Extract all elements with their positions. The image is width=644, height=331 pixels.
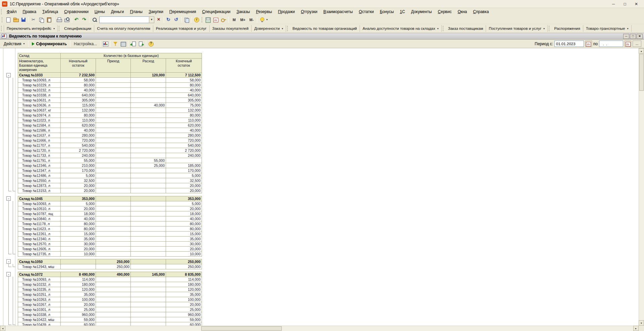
item-name-cell[interactable]: Товар №12340, л bbox=[18, 237, 61, 242]
value-cell[interactable] bbox=[96, 297, 131, 302]
value-cell[interactable]: 75,000 bbox=[166, 103, 202, 108]
value-cell[interactable] bbox=[96, 153, 131, 158]
item-name-cell[interactable]: Товар №10637, кг bbox=[18, 108, 61, 113]
menu-16[interactable]: Остатки bbox=[356, 8, 377, 15]
search-input[interactable] bbox=[99, 16, 149, 23]
value-cell[interactable]: 180,000 bbox=[61, 282, 96, 287]
menu-8[interactable]: Закупки bbox=[146, 8, 166, 15]
menu-22[interactable]: Справка bbox=[470, 8, 492, 15]
value-cell[interactable]: 620,000 bbox=[166, 123, 202, 128]
item-name-cell[interactable]: Товар №10093, л bbox=[18, 78, 61, 83]
interface-tab-11[interactable]: Распоряжения bbox=[551, 25, 583, 32]
value-cell[interactable]: 20,000 bbox=[61, 183, 96, 188]
menu-21[interactable]: Окна bbox=[454, 8, 470, 15]
new-doc-button[interactable] bbox=[4, 16, 12, 23]
value-cell[interactable] bbox=[96, 183, 131, 188]
item-name-cell[interactable]: Товар №12486, л bbox=[18, 173, 61, 178]
value-cell[interactable]: 170,000 bbox=[61, 168, 96, 173]
value-cell[interactable]: 100,000 bbox=[61, 297, 96, 302]
value-cell[interactable]: 110,000 bbox=[166, 118, 202, 123]
group-total-cell[interactable] bbox=[96, 73, 131, 78]
value-cell[interactable]: 20,000 bbox=[166, 206, 202, 211]
save-settings-button[interactable] bbox=[137, 40, 145, 48]
item-name-cell[interactable]: Товар №10422, міш bbox=[18, 317, 61, 322]
pages-button[interactable] bbox=[183, 16, 191, 23]
item-name-cell[interactable]: Товар №10636, л bbox=[18, 103, 61, 108]
item-name-cell[interactable]: Товар №11720, л bbox=[18, 148, 61, 153]
value-cell[interactable] bbox=[131, 297, 166, 302]
value-cell[interactable]: 55,000 bbox=[131, 158, 166, 163]
value-cell[interactable]: 250,000 bbox=[96, 264, 131, 269]
value-cell[interactable]: 640,000 bbox=[166, 93, 202, 98]
value-cell[interactable] bbox=[96, 148, 131, 153]
group-row[interactable]: Склад №1045353,000353,000 bbox=[18, 196, 202, 201]
scroll-left-button[interactable]: ◄ bbox=[0, 326, 5, 331]
group-row[interactable]: Склад №1050250,000250,000 bbox=[18, 259, 202, 264]
value-cell[interactable] bbox=[96, 123, 131, 128]
menu-3[interactable]: Таблица bbox=[39, 8, 61, 15]
item-name-cell[interactable]: Товар №11666, л bbox=[18, 138, 61, 143]
group-total-cell[interactable] bbox=[96, 196, 131, 201]
value-cell[interactable]: 80,000 bbox=[166, 221, 202, 226]
menu-11[interactable]: Заказы bbox=[233, 8, 253, 15]
value-cell[interactable]: 80,000 bbox=[61, 221, 96, 226]
group-name-cell[interactable]: Склад №1050 bbox=[18, 259, 61, 264]
item-name-cell[interactable]: Товар №11637, л bbox=[18, 133, 61, 138]
collapse-group-button[interactable]: - bbox=[6, 73, 11, 77]
value-cell[interactable]: 540,000 bbox=[166, 143, 202, 148]
item-name-cell[interactable]: Товар №12346, л bbox=[18, 163, 61, 168]
value-cell[interactable]: 40,000 bbox=[166, 216, 202, 221]
collapse-group-button[interactable]: - bbox=[6, 259, 11, 264]
menu-17[interactable]: Бонусы bbox=[377, 8, 397, 15]
menu-6[interactable]: Деньги bbox=[108, 8, 127, 15]
group-total-cell[interactable] bbox=[131, 196, 166, 201]
value-cell[interactable]: 114,000 bbox=[61, 277, 96, 282]
value-cell[interactable]: 250,000 bbox=[166, 264, 202, 269]
value-cell[interactable]: 80,000 bbox=[166, 113, 202, 118]
value-cell[interactable]: 58,000 bbox=[166, 78, 202, 83]
combo-dropdown-button[interactable]: ▼ bbox=[149, 16, 154, 23]
value-cell[interactable] bbox=[131, 188, 166, 193]
value-cell[interactable] bbox=[131, 252, 166, 257]
value-cell[interactable] bbox=[96, 158, 131, 163]
value-cell[interactable] bbox=[131, 123, 166, 128]
value-cell[interactable]: 132,000 bbox=[61, 108, 96, 113]
item-name-cell[interactable]: Товар №11707, л bbox=[18, 143, 61, 148]
chevron-down-icon[interactable]: ▾ bbox=[266, 18, 268, 21]
group-name-cell[interactable]: Склад №1072 bbox=[18, 272, 61, 277]
value-cell[interactable]: 185,000 bbox=[166, 163, 202, 168]
value-cell[interactable]: 120,000 bbox=[166, 287, 202, 292]
value-cell[interactable] bbox=[96, 103, 131, 108]
value-cell[interactable]: 32,500 bbox=[166, 178, 202, 183]
item-name-cell[interactable]: Товар №10251, л bbox=[18, 292, 61, 297]
value-cell[interactable] bbox=[96, 163, 131, 168]
collapse-group-button[interactable]: - bbox=[6, 272, 11, 276]
value-cell[interactable]: 305,000 bbox=[166, 98, 202, 103]
value-cell[interactable] bbox=[96, 78, 131, 83]
value-cell[interactable]: 35,000 bbox=[61, 292, 96, 297]
item-name-cell[interactable]: Товар №11178, л bbox=[18, 221, 61, 226]
value-cell[interactable] bbox=[131, 108, 166, 113]
value-cell[interactable] bbox=[96, 188, 131, 193]
value-cell[interactable]: 240,000 bbox=[166, 153, 202, 158]
value-cell[interactable] bbox=[96, 292, 131, 297]
value-cell[interactable] bbox=[131, 247, 166, 252]
calendar-to-button[interactable] bbox=[625, 41, 631, 47]
value-cell[interactable]: 5,000 bbox=[166, 201, 202, 206]
group-total-cell[interactable] bbox=[61, 259, 96, 264]
value-cell[interactable]: 20,000 bbox=[166, 188, 202, 193]
value-cell[interactable]: 210,000 bbox=[61, 163, 96, 168]
value-cell[interactable]: 540,000 bbox=[61, 143, 96, 148]
value-cell[interactable] bbox=[131, 312, 166, 317]
generate-button[interactable]: Сформировать bbox=[30, 41, 69, 47]
item-name-cell[interactable]: Товар №11023, л bbox=[18, 118, 61, 123]
value-cell[interactable]: 720,000 bbox=[166, 138, 202, 143]
item-name-cell[interactable]: Товар №10301, л bbox=[18, 307, 61, 312]
value-cell[interactable] bbox=[96, 88, 131, 93]
menu-1[interactable]: Файл bbox=[4, 8, 20, 15]
value-cell[interactable]: 30,000 bbox=[61, 242, 96, 247]
interface-tab-12[interactable]: Товаро-транспортные▾ bbox=[583, 25, 632, 32]
interface-tab-3[interactable]: Счета на оплату покупателям bbox=[94, 25, 153, 32]
value-cell[interactable]: 58,000 bbox=[61, 78, 96, 83]
value-cell[interactable]: 170,000 bbox=[166, 168, 202, 173]
